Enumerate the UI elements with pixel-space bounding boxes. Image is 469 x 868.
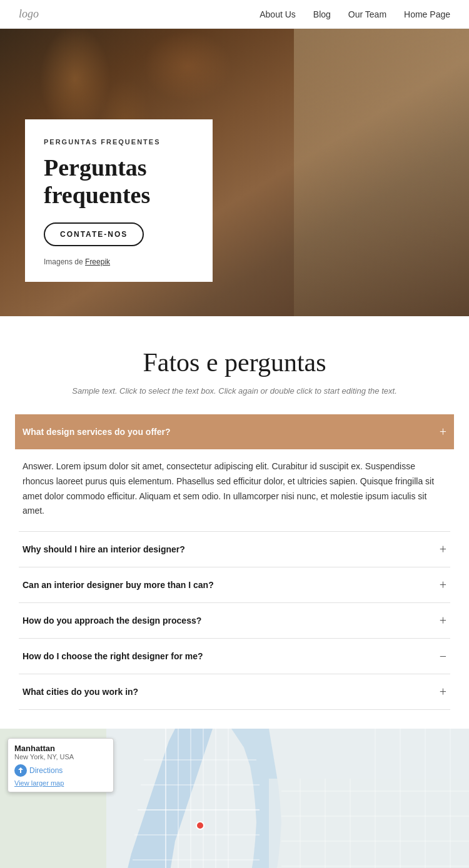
faq-question-3: How do you approach the design process? — [23, 616, 201, 626]
faq-item-header-2[interactable]: Can an interior designer buy more than I… — [19, 567, 450, 602]
nav-link-our-team[interactable]: Our Team — [348, 9, 386, 19]
faq-expand-icon-3: + — [440, 614, 446, 627]
map-location-title: Manhattan — [14, 744, 107, 753]
faq-item-header-5[interactable]: What cities do you work in? + — [19, 674, 450, 709]
hero-credit: Imagens de Freepik — [44, 257, 194, 266]
faq-item-1: Why should I hire an interior designer? … — [19, 532, 450, 567]
map-directions[interactable]: Directions — [14, 764, 107, 777]
faq-subtitle: Sample text. Click to select the text bo… — [19, 386, 450, 396]
faq-question-1: Why should I hire an interior designer? — [23, 544, 185, 554]
site-logo[interactable]: logo — [19, 7, 39, 21]
faq-question-0: What design services do you offer? — [23, 427, 171, 437]
faq-section: Fatos e perguntas Sample text. Click to … — [0, 316, 469, 710]
hero-card-label: PERGUNTAS FREQUENTES — [44, 138, 194, 146]
svg-point-27 — [196, 822, 204, 829]
hero-card-title: Perguntas frequentes — [44, 154, 194, 209]
faq-item-0: What design services do you offer? + Ans… — [19, 414, 450, 532]
hero-credit-prefix: Imagens de — [44, 257, 85, 266]
nav-link-about-us[interactable]: About Us — [260, 9, 296, 19]
hero-card: PERGUNTAS FREQUENTES Perguntas frequente… — [25, 119, 213, 282]
navbar: logo About Us Blog Our Team Home Page — [0, 0, 469, 29]
directions-icon — [14, 764, 27, 777]
faq-question-4: How do I choose the right designer for m… — [23, 651, 203, 661]
faq-expand-icon-0: + — [440, 426, 446, 438]
directions-label: Directions — [29, 766, 63, 775]
faq-item-header-3[interactable]: How do you approach the design process? … — [19, 603, 450, 638]
nav-links: About Us Blog Our Team Home Page — [260, 9, 450, 19]
nav-link-home-page[interactable]: Home Page — [404, 9, 450, 19]
faq-item-5: What cities do you work in? + — [19, 674, 450, 710]
faq-expand-icon-5: + — [440, 686, 446, 698]
contact-button[interactable]: CONTATE-NOS — [44, 222, 144, 246]
svg-rect-14 — [269, 779, 469, 868]
faq-question-2: Can an interior designer buy more than I… — [23, 580, 214, 590]
map-section: Manhattan New York, NY, USA Directions V… — [0, 729, 469, 868]
faq-expand-icon-1: + — [440, 543, 446, 556]
view-larger-map-link[interactable]: View larger map — [14, 779, 107, 787]
faq-expand-icon-4: − — [440, 650, 446, 662]
faq-main-title: Fatos e perguntas — [19, 347, 450, 377]
faq-item-header-0[interactable]: What design services do you offer? + — [15, 414, 454, 449]
faq-item-3: How do you approach the design process? … — [19, 603, 450, 639]
map-popup: Manhattan New York, NY, USA Directions V… — [8, 738, 114, 792]
faq-item-4: How do I choose the right designer for m… — [19, 639, 450, 674]
hero-section: PERGUNTAS FREQUENTES Perguntas frequente… — [0, 29, 469, 316]
faq-question-5: What cities do you work in? — [23, 687, 138, 697]
faq-item-header-4[interactable]: How do I choose the right designer for m… — [19, 639, 450, 674]
faq-expand-icon-2: + — [440, 579, 446, 591]
freepik-link[interactable]: Freepik — [85, 257, 110, 266]
faq-item-header-1[interactable]: Why should I hire an interior designer? … — [19, 532, 450, 567]
faq-item-2: Can an interior designer buy more than I… — [19, 567, 450, 603]
map-location-subtitle: New York, NY, USA — [14, 753, 107, 761]
nav-link-blog[interactable]: Blog — [313, 9, 331, 19]
faq-answer-0: Answer. Lorem ipsum dolor sit amet, cons… — [19, 449, 450, 531]
